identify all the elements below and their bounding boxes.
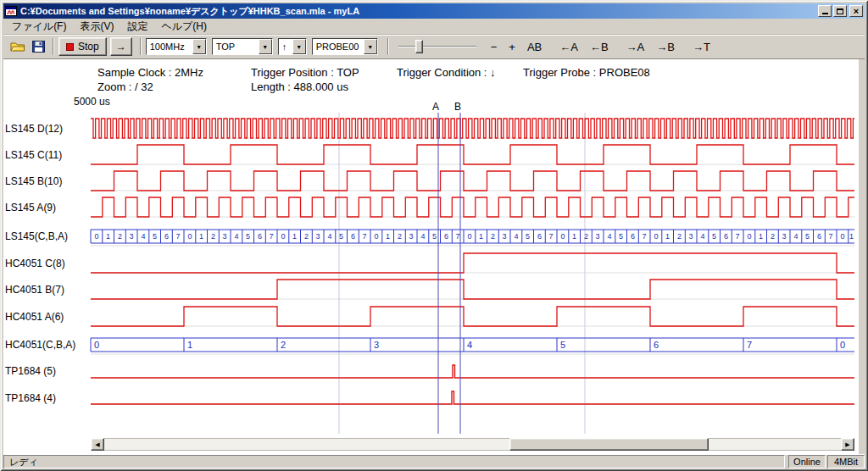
run-button[interactable]: → <box>110 37 132 56</box>
trigger-position-select[interactable]: TOP ▼ <box>212 38 273 55</box>
minimize-button[interactable] <box>818 5 832 17</box>
trigger-probe-info: Trigger Probe : PROBE08 <box>523 66 650 79</box>
length-info: Length : 488.000 us <box>251 80 348 93</box>
scroll-thumb[interactable] <box>509 438 709 451</box>
dropdown-arrow-icon[interactable]: ▼ <box>259 39 272 54</box>
menu-file[interactable]: ファイル(F) <box>5 19 73 35</box>
trigger-position-info: Trigger Position : TOP <box>251 66 359 79</box>
trigger-edge-value: ↑ <box>279 39 292 54</box>
open-folder-icon <box>10 41 25 53</box>
channel-label-9: TP1684 (5) <box>5 365 56 377</box>
maximize-button[interactable] <box>833 5 847 17</box>
menu-help[interactable]: ヘルプ(H) <box>154 19 214 35</box>
scroll-right-button[interactable]: ▶ <box>841 438 854 451</box>
channel-label-3: LS145 A(9) <box>5 202 56 213</box>
menu-view[interactable]: 表示(V) <box>73 19 120 35</box>
save-floppy-icon <box>32 41 45 53</box>
jump-left-a-button[interactable]: ←A <box>559 41 578 53</box>
ab-range-button[interactable]: AB <box>527 41 542 53</box>
scroll-left-button[interactable]: ◀ <box>91 438 104 451</box>
stop-icon <box>66 43 74 51</box>
app-icon <box>5 5 17 17</box>
open-button[interactable] <box>8 36 28 57</box>
dropdown-arrow-icon[interactable]: ▼ <box>192 39 206 54</box>
stop-label: Stop <box>78 41 99 53</box>
trigger-position-value: TOP <box>213 39 259 54</box>
title-bar: C:¥Documents and Settings¥noname¥デスクトップ¥… <box>3 3 865 19</box>
jump-right-b-button[interactable]: →B <box>656 41 675 53</box>
zoom-slider[interactable] <box>398 38 476 55</box>
close-button[interactable]: × <box>849 5 863 17</box>
trigger-condition-info: Trigger Condition : ↓ <box>397 66 496 79</box>
channel-label-8: HC4051(C,B,A) <box>5 339 75 351</box>
toolbar-separator <box>387 38 389 55</box>
status-online: Online <box>788 455 826 468</box>
jump-trigger-button[interactable]: →T <box>693 41 710 53</box>
sample-clock-value: 100MHz <box>147 39 192 54</box>
slider-track <box>398 46 476 47</box>
status-memory: 4MBit <box>827 455 865 468</box>
horizontal-scrollbar[interactable]: ◀ ▶ <box>91 438 854 451</box>
app-window: { "window": { "title": "C:¥Documents and… <box>0 0 868 471</box>
jump-left-b-button[interactable]: ←B <box>590 41 609 53</box>
sample-clock-select[interactable]: 100MHz ▼ <box>146 38 207 55</box>
minimize-icon <box>822 8 828 14</box>
channel-label-0: LS145 D(12) <box>5 123 63 135</box>
trigger-edge-select[interactable]: ↑ ▼ <box>278 38 307 55</box>
zoom-info: Zoom : / 32 <box>97 80 153 93</box>
maximize-icon <box>837 8 843 14</box>
channel-label-5: HC4051 C(8) <box>5 258 65 269</box>
zoom-in-button[interactable]: + <box>509 41 515 53</box>
window-title: C:¥Documents and Settings¥noname¥デスクトップ¥… <box>20 5 816 18</box>
menu-bar: ファイル(F) 表示(V) 設定 ヘルプ(H) <box>3 19 865 34</box>
status-message: レディ <box>3 455 785 468</box>
trigger-probe-value: PROBE00 <box>313 39 364 54</box>
menu-settings[interactable]: 設定 <box>120 19 154 35</box>
waveform-panel <box>3 59 859 454</box>
channel-label-6: HC4051 B(7) <box>5 284 64 296</box>
stop-button[interactable]: Stop <box>58 37 107 56</box>
sample-clock-info: Sample Clock : 2MHz <box>97 66 203 79</box>
toolbar: Stop → 100MHz ▼ TOP ▼ ↑ ▼ PROBE00 ▼ − + … <box>3 34 865 59</box>
toolbar-separator <box>140 38 142 55</box>
channel-label-2: LS145 B(10) <box>5 175 62 187</box>
save-button[interactable] <box>28 36 48 57</box>
channel-label-4: LS145(C,B,A) <box>5 230 68 242</box>
time-division-label: 5000 us <box>74 96 110 108</box>
trigger-probe-select[interactable]: PROBE00 ▼ <box>312 38 378 55</box>
toolbar-separator <box>53 38 54 55</box>
slider-thumb[interactable] <box>415 40 423 53</box>
dropdown-arrow-icon[interactable]: ▼ <box>292 39 306 54</box>
jump-right-a-button[interactable]: →A <box>626 41 645 53</box>
zoom-out-button[interactable]: − <box>491 41 498 53</box>
channel-label-10: TP1684 (4) <box>5 392 56 404</box>
status-bar: レディ Online 4MBit <box>3 454 865 468</box>
dropdown-arrow-icon[interactable]: ▼ <box>364 39 377 54</box>
channel-label-1: LS145 C(11) <box>5 149 62 161</box>
run-arrow-icon: → <box>116 41 126 53</box>
channel-label-7: HC4051 A(6) <box>5 311 64 323</box>
close-icon: × <box>854 7 859 16</box>
